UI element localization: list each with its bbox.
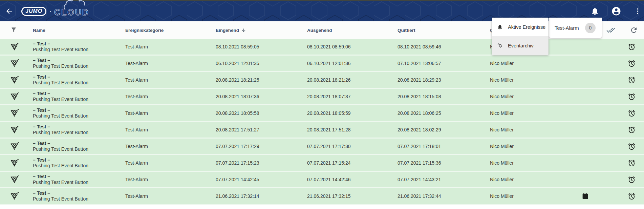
event-category-cell: Test-Alarm <box>125 44 216 49</box>
incoming-time-cell: 20.08.2021 18:21:25 <box>216 77 307 83</box>
outgoing-time-cell: 07.07.2021 14:42:46 <box>307 177 398 182</box>
menu-item-eventarchiv[interactable]: Eventarchiv <box>492 36 549 55</box>
event-name-cell: – Test – Pushing Test Event Button <box>33 157 125 169</box>
acknowledged-time-cell: 07.07.2021 14:43:21 <box>398 177 490 182</box>
incoming-time-cell: 07.07.2021 17:15:23 <box>216 160 307 166</box>
notifications-button[interactable] <box>587 4 602 19</box>
acknowledged-by-cell: Nico Müller <box>490 193 572 199</box>
incoming-time-cell: 20.08.2021 18:07:36 <box>216 94 307 99</box>
alarm-clock-icon[interactable] <box>628 192 644 200</box>
event-category-cell: Test-Alarm <box>125 177 216 182</box>
overflow-menu-button[interactable] <box>630 4 644 19</box>
refresh-button[interactable] <box>627 23 641 37</box>
arrow-back-icon <box>5 7 13 15</box>
outgoing-time-cell: 20.08.2021 18:07:37 <box>307 94 398 99</box>
event-note-icon[interactable] <box>582 193 598 200</box>
column-header-name[interactable]: Name <box>33 28 125 33</box>
column-header-quittiert[interactable]: Quittiert <box>398 28 490 33</box>
category-chip-label: Test-Alarm <box>555 25 579 31</box>
event-category-cell: Test-Alarm <box>125 61 216 66</box>
bell-icon <box>591 7 599 16</box>
table-row[interactable]: – Test – Pushing Test Event Button Test-… <box>0 105 644 122</box>
table-row[interactable]: – Test – Pushing Test Event Button Test-… <box>0 139 644 155</box>
alarm-acknowledged-icon <box>10 159 33 167</box>
acknowledged-by-cell: Nico Müller <box>490 160 572 166</box>
brand-separator: · <box>49 7 52 15</box>
bell-icon <box>497 24 503 30</box>
acknowledged-by-cell: Nico Müller <box>490 94 572 99</box>
alarm-acknowledged-icon <box>10 109 33 118</box>
alarm-acknowledged-icon <box>10 76 33 84</box>
acknowledged-by-cell: Nico Müller <box>490 77 572 83</box>
event-category-cell: Test-Alarm <box>125 110 216 116</box>
alarm-acknowledged-icon <box>10 142 33 151</box>
category-count-badge: 0 <box>585 23 596 33</box>
menu-item-aktive-ereignisse[interactable]: Aktive Ereignisse <box>492 18 549 36</box>
alarm-clock-icon[interactable] <box>628 159 644 167</box>
alarm-clock-icon[interactable] <box>628 143 644 150</box>
event-category-cell: Test-Alarm <box>125 127 216 132</box>
acknowledged-time-cell: 21.06.2021 17:32:44 <box>398 193 490 199</box>
column-header-ausgehend[interactable]: Ausgehend <box>307 28 398 33</box>
event-category-cell: Test-Alarm <box>125 77 216 83</box>
event-name-cell: – Test – Pushing Test Event Button <box>33 174 125 185</box>
alarm-clock-icon[interactable] <box>628 76 644 84</box>
kebab-menu-icon <box>634 7 641 15</box>
alarm-clock-icon[interactable] <box>628 109 644 117</box>
alarm-clock-icon[interactable] <box>628 176 644 184</box>
category-filter-panel[interactable]: Test-Alarm 0 <box>549 18 602 38</box>
event-name-cell: – Test – Pushing Test Event Button <box>33 107 125 119</box>
incoming-time-cell: 21.06.2021 17:32:14 <box>216 193 307 199</box>
acknowledged-by-cell: Nico Müller <box>490 110 572 116</box>
outgoing-time-cell: 07.07.2021 17:17:30 <box>307 144 398 149</box>
notifications-dropdown: Aktive Ereignisse Eventarchiv <box>492 18 549 55</box>
alarm-clock-icon[interactable] <box>628 60 644 67</box>
table-row[interactable]: – Test – Pushing Test Event Button Test-… <box>0 56 644 72</box>
alarm-clock-icon[interactable] <box>628 43 644 51</box>
event-category-cell: Test-Alarm <box>125 144 216 149</box>
event-name-cell: – Test – Pushing Test Event Button <box>33 41 125 53</box>
acknowledged-by-cell: Nico Müller <box>490 177 572 182</box>
table-row[interactable]: – Test – Pushing Test Event Button Test-… <box>0 89 644 105</box>
sort-descending-icon <box>241 28 246 33</box>
jumo-logo: JUMO <box>21 7 46 16</box>
table-row[interactable]: – Test – Pushing Test Event Button Test-… <box>0 172 644 188</box>
acknowledged-time-cell: 20.08.2021 18:02:29 <box>398 127 490 132</box>
event-category-cell: Test-Alarm <box>125 160 216 166</box>
event-name-cell: – Test – Pushing Test Event Button <box>33 190 125 202</box>
table-row[interactable]: – Test – Pushing Test Event Button Test-… <box>0 188 644 205</box>
event-table-body: – Test – Pushing Test Event Button Test-… <box>0 39 644 205</box>
alarm-clock-icon[interactable] <box>628 93 644 101</box>
table-row[interactable]: – Test – Pushing Test Event Button Test-… <box>0 155 644 172</box>
acknowledged-time-cell: 08.10.2021 08:59:46 <box>398 44 490 49</box>
acknowledged-time-cell: 07.07.2021 17:15:36 <box>398 160 490 166</box>
back-button[interactable] <box>2 4 17 19</box>
acknowledged-time-cell: 20.08.2021 18:06:25 <box>398 110 490 116</box>
alarm-acknowledged-icon <box>10 175 33 184</box>
incoming-time-cell: 08.10.2021 08:59:05 <box>216 44 307 49</box>
acknowledged-time-cell: 07.07.2021 17:18:01 <box>398 144 490 149</box>
acknowledged-by-cell: Nico Müller <box>490 127 572 132</box>
table-row[interactable]: – Test – Pushing Test Event Button Test-… <box>0 72 644 89</box>
acknowledged-time-cell: 20.08.2021 18:29:23 <box>398 77 490 83</box>
brand-logo: JUMO · CLOUD <box>21 5 89 17</box>
column-header-eingehend[interactable]: Eingehend <box>216 28 307 33</box>
outgoing-time-cell: 06.10.2021 12:01:36 <box>307 61 398 66</box>
column-header-ereigniskategorie[interactable]: Ereigniskategorie <box>125 28 216 33</box>
acknowledge-all-button[interactable] <box>604 23 618 37</box>
outgoing-time-cell: 08.10.2021 08:59:06 <box>307 44 398 49</box>
alarm-clock-icon[interactable] <box>628 126 644 134</box>
outgoing-time-cell: 20.08.2021 17:51:28 <box>307 127 398 132</box>
acknowledged-by-cell: Nico Müller <box>490 144 572 149</box>
table-row[interactable]: – Test – Pushing Test Event Button Test-… <box>0 122 644 139</box>
cloud-outline-icon <box>63 0 89 10</box>
incoming-time-cell: 07.07.2021 17:17:29 <box>216 144 307 149</box>
account-button[interactable] <box>609 4 624 19</box>
event-name-cell: – Test – Pushing Test Event Button <box>33 141 125 152</box>
incoming-time-cell: 07.07.2021 14:42:45 <box>216 177 307 182</box>
outgoing-time-cell: 21.06.2021 17:32:15 <box>307 193 398 199</box>
jumo-logo-text: JUMO <box>25 8 42 14</box>
acknowledged-time-cell: 07.10.2021 13:06:57 <box>398 61 490 66</box>
filter-icon[interactable] <box>10 26 17 33</box>
alarm-acknowledged-icon <box>10 59 33 68</box>
